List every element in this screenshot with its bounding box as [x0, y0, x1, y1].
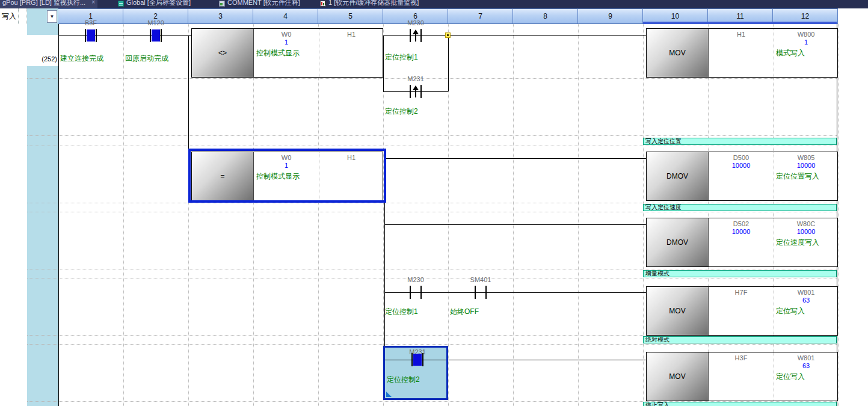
device-comment: 定位控制2 [385, 106, 418, 117]
device-comment: 建立连接完成 [60, 54, 103, 64]
tab-batch-monitor-text: 1 [软元件/缓冲存储器批量监视] [328, 0, 419, 7]
contact-b3f-on[interactable] [85, 29, 97, 42]
operand-value: 63 [802, 362, 810, 369]
column-header-4: 4 [253, 8, 318, 24]
column-header-7: 7 [448, 8, 513, 24]
operand-device: H1 [737, 31, 745, 38]
contact-m231-pulse[interactable] [410, 85, 422, 98]
operand-comment: 模式写入 [776, 48, 805, 58]
dmov-op: DMOV [647, 152, 709, 200]
document-tabbar: gPou [PRG] [LD] 监视执行... × Global [全局标签设置… [0, 0, 868, 9]
operand-device: W800 [798, 31, 815, 38]
operand-comment: 定位速度写入 [776, 238, 819, 248]
mov-op: MOV [647, 352, 709, 401]
device-comment: 定位控制1 [385, 52, 418, 63]
operand-device: H3F [735, 354, 748, 361]
contact-sm401-open[interactable] [475, 286, 487, 299]
ladder-editor-window: gPou [PRG] [LD] 监视执行... × Global [全局标签设置… [0, 0, 868, 406]
clipped-statement-band [643, 22, 837, 24]
device-comment: 定位控制2 [387, 375, 420, 385]
operand-device: H1 [347, 31, 356, 38]
device-comment: 始终OFF [450, 307, 479, 317]
compare-op: <> [192, 29, 254, 77]
mov-mode-write-block[interactable]: MOV H1 W800 1 模式写入 [646, 28, 838, 78]
gutter-header-cell: ▼ [27, 8, 58, 24]
operand-value: 1 [285, 38, 288, 46]
branch-junction-marker [445, 32, 451, 38]
chevron-down-icon[interactable]: ▼ [47, 10, 57, 23]
operand-device: W801 [798, 289, 815, 296]
operand-device: W805 [798, 154, 815, 161]
device-label: B3F [85, 19, 97, 26]
tab-program-pou-label: gPou [PRG] [LD] 监视执行... [2, 0, 85, 7]
operand-value: 63 [802, 297, 810, 304]
right-power-rail [837, 24, 837, 406]
tab-global-label[interactable]: Global [全局标签设置] [118, 0, 191, 8]
operand-comment: 控制模式显示 [256, 48, 300, 58]
mov-absolute-block[interactable]: MOV H3F W801 63 定位写入 [646, 352, 838, 401]
operand-device: D500 [733, 154, 749, 161]
device-label: M120 [147, 19, 164, 26]
device-comment: 回原启动完成 [125, 54, 168, 64]
operand-comment: 定位写入 [776, 306, 805, 316]
operand-comment: 定位写入 [776, 372, 805, 382]
close-icon[interactable]: × [91, 0, 95, 5]
device-label: M230 [407, 19, 424, 26]
statement-band-write-speed[interactable]: 写入定位速度 [643, 204, 837, 211]
dmov-op: DMOV [647, 218, 709, 266]
tab-comment-text: COMMENT [软元件注释] [227, 0, 300, 7]
column-header-5: 5 [318, 8, 383, 24]
operand-device: D502 [733, 220, 749, 227]
operand-device: W0 [282, 31, 292, 38]
device-label: SM401 [470, 276, 491, 283]
operand-comment: 定位位置写入 [776, 171, 819, 182]
dmov-speed-block[interactable]: DMOV D502 10000 W80C 10000 定位速度写入 [646, 218, 838, 267]
tab-program-pou[interactable]: gPou [PRG] [LD] 监视执行... × [0, 0, 97, 8]
device-comment: 定位控制1 [385, 307, 418, 317]
header-separator [26, 8, 26, 24]
statement-band-absolute[interactable]: 绝对模式 [643, 336, 837, 343]
contact-m231-on[interactable] [411, 353, 423, 366]
operand-device: W801 [798, 354, 815, 361]
column-header-8: 8 [513, 8, 578, 24]
device-label: M230 [407, 276, 424, 283]
statement-band-write-position[interactable]: 写入定位位置 [643, 138, 837, 145]
selection-outline [188, 149, 386, 203]
device-comment-icon [219, 1, 225, 7]
contact-m230-open[interactable] [410, 286, 422, 299]
global-label-icon [118, 1, 124, 7]
batch-monitor-icon [320, 1, 326, 7]
mov-op: MOV [647, 287, 709, 335]
operand-value: 10000 [797, 228, 816, 235]
operand-value: 1 [804, 38, 808, 46]
mov-op: MOV [647, 29, 709, 77]
selected-cell-m231[interactable]: M231 定位控制2 [383, 346, 448, 400]
left-power-rail [58, 24, 59, 406]
cell-corner-marker [386, 392, 392, 397]
column-header-9: 9 [578, 8, 643, 24]
dmov-position-block[interactable]: DMOV D500 10000 W805 10000 定位位置写入 [646, 152, 838, 201]
statement-band-stop-write[interactable]: 停止写入 [643, 402, 837, 406]
rung-number-gutter [27, 24, 58, 406]
mov-incremental-block[interactable]: MOV H7F W801 63 定位写入 [646, 286, 838, 336]
operand-value: 10000 [732, 162, 751, 169]
contact-m230-pulse[interactable] [410, 29, 422, 42]
tab-comment[interactable]: COMMENT [软元件注释] [219, 0, 300, 8]
tab-batch-monitor[interactable]: 1 [软元件/缓冲存储器批量监视] [320, 0, 419, 8]
header-separator [18, 8, 19, 24]
operand-value: 10000 [797, 162, 816, 169]
rung-step-number: (252) [26, 55, 57, 63]
operand-device: H7F [735, 289, 748, 296]
compare-not-equal-block[interactable]: <> W0 1 控制模式显示 H1 [191, 28, 383, 78]
tab-global-label-text: Global [全局标签设置] [126, 0, 191, 7]
operand-value: 10000 [732, 228, 751, 235]
device-label: M231 [407, 75, 424, 82]
edit-mode-label: 写入 [2, 11, 16, 22]
column-header-3: 3 [188, 8, 253, 24]
statement-band-incremental[interactable]: 增量模式 [643, 270, 837, 277]
operand-device: W80C [797, 220, 816, 227]
contact-m120-on[interactable] [150, 29, 162, 42]
